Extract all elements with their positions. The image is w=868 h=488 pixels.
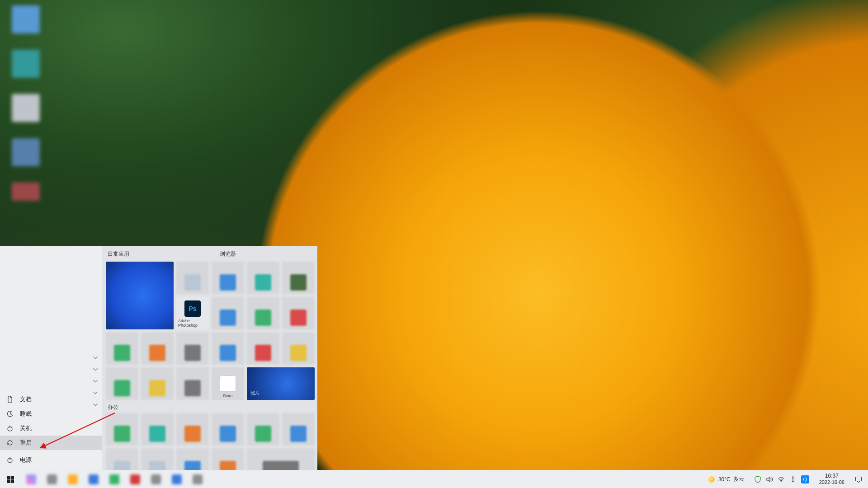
tile[interactable] [106, 367, 138, 400]
taskbar-app[interactable] [146, 470, 166, 488]
desktop-icons [12, 5, 40, 201]
tile-group-title: 浏览器 [220, 250, 236, 258]
moon-icon [6, 410, 14, 418]
tile[interactable] [141, 448, 174, 470]
svg-point-2 [781, 481, 782, 482]
sidebar-expanders [92, 354, 99, 408]
taskbar-app[interactable] [187, 470, 208, 488]
desktop-icon[interactable] [12, 94, 40, 122]
chevron-down-icon[interactable] [92, 389, 99, 396]
chevron-down-icon[interactable] [92, 378, 99, 384]
chevron-down-icon[interactable] [92, 354, 99, 361]
tile-large[interactable] [106, 262, 174, 329]
sidebar-item-label: 文档 [20, 395, 32, 404]
tile[interactable] [176, 332, 209, 365]
tile-label: 照片 [249, 388, 261, 398]
desktop-icon[interactable] [12, 183, 40, 201]
tile[interactable] [141, 367, 174, 400]
taskbar-clock[interactable]: 16:37 2022-10-06 [816, 473, 848, 485]
desktop-icon[interactable] [12, 50, 40, 78]
sidebar-item-restart[interactable]: 重启 [0, 436, 102, 450]
clock-date: 2022-10-06 [819, 479, 844, 485]
tile-photos[interactable]: 照片 [247, 367, 315, 400]
tray-app-icon[interactable]: Q [801, 475, 809, 483]
tile-label: Adobe Photoshop [178, 319, 207, 328]
tile[interactable] [141, 332, 174, 365]
tile[interactable] [282, 297, 315, 329]
weather-cond: 多云 [733, 475, 744, 483]
tile[interactable] [212, 262, 244, 294]
refresh-icon [6, 439, 14, 446]
sidebar-item-label: 电源 [20, 456, 32, 464]
taskbar-app[interactable] [166, 470, 187, 488]
tile[interactable] [212, 448, 244, 470]
shield-icon[interactable] [754, 476, 761, 483]
desktop-icon[interactable] [12, 5, 40, 33]
taskbar-app[interactable] [42, 470, 62, 488]
action-center-icon [855, 476, 862, 483]
speaker-icon[interactable] [766, 476, 773, 483]
tile[interactable] [247, 448, 315, 470]
tile[interactable] [106, 448, 138, 470]
clock-time: 16:37 [819, 473, 844, 479]
start-menu: 文档 睡眠 关机 重启 [0, 246, 317, 470]
taskbar: 30°C 多云 Q 16:37 2022-10-06 [0, 470, 868, 488]
tile[interactable] [282, 332, 315, 365]
sidebar-item-label: 关机 [20, 424, 32, 432]
start-icon [7, 476, 14, 483]
action-center-button[interactable] [852, 470, 865, 488]
sidebar-item-documents[interactable]: 文档 [0, 392, 102, 407]
tile-label: Store [223, 394, 233, 398]
sidebar-item-label: 重启 [20, 439, 32, 447]
tile[interactable] [247, 262, 279, 294]
tile[interactable] [176, 367, 209, 400]
taskbar-app[interactable] [125, 470, 146, 488]
tile[interactable] [176, 413, 209, 446]
power-icon [6, 425, 14, 432]
power-icon [6, 456, 14, 464]
sidebar-item-label: 睡眠 [20, 410, 32, 418]
svg-rect-4 [856, 477, 862, 481]
usb-icon[interactable] [789, 476, 797, 483]
start-menu-tiles: 日常应用 浏览器 PsAdobe Photoshop Store 照片 [102, 246, 317, 470]
svg-point-3 [793, 476, 793, 477]
taskbar-weather[interactable]: 30°C 多云 [704, 470, 748, 488]
wifi-icon[interactable] [778, 476, 785, 483]
weather-temp: 30°C [718, 476, 731, 483]
taskbar-app[interactable] [104, 470, 125, 488]
taskbar-app[interactable] [21, 470, 42, 488]
tile[interactable] [106, 332, 138, 365]
system-tray: Q [751, 475, 812, 483]
tile[interactable] [106, 413, 138, 446]
document-icon [6, 396, 14, 403]
tile[interactable] [176, 448, 209, 470]
tile[interactable] [247, 332, 279, 365]
tile-group-title: 日常应用 [108, 250, 129, 258]
sidebar-item-sleep[interactable]: 睡眠 [0, 407, 102, 421]
start-menu-sidebar: 文档 睡眠 关机 重启 [0, 246, 102, 470]
tile[interactable] [141, 413, 174, 446]
taskbar-pinned-apps [21, 470, 208, 488]
tile[interactable] [176, 262, 209, 294]
desktop-icon[interactable] [12, 138, 40, 166]
taskbar-app[interactable] [83, 470, 104, 488]
start-button[interactable] [0, 470, 21, 488]
taskbar-app[interactable] [62, 470, 83, 488]
tile[interactable] [212, 332, 244, 365]
chevron-down-icon[interactable] [92, 366, 99, 372]
tile[interactable] [212, 297, 244, 329]
tile[interactable] [212, 413, 244, 446]
sidebar-item-shutdown[interactable]: 关机 [0, 421, 102, 436]
sidebar-item-power[interactable]: 电源 [0, 453, 102, 467]
weather-icon [708, 475, 716, 483]
tile[interactable] [247, 297, 279, 329]
tile[interactable] [247, 413, 279, 446]
tile[interactable] [282, 413, 315, 446]
chevron-down-icon[interactable] [92, 401, 99, 408]
tile-store[interactable]: Store [212, 367, 244, 400]
tile[interactable] [282, 262, 315, 294]
tile-photoshop[interactable]: PsAdobe Photoshop [176, 297, 209, 329]
tile-group-title: 办公 [105, 402, 315, 411]
